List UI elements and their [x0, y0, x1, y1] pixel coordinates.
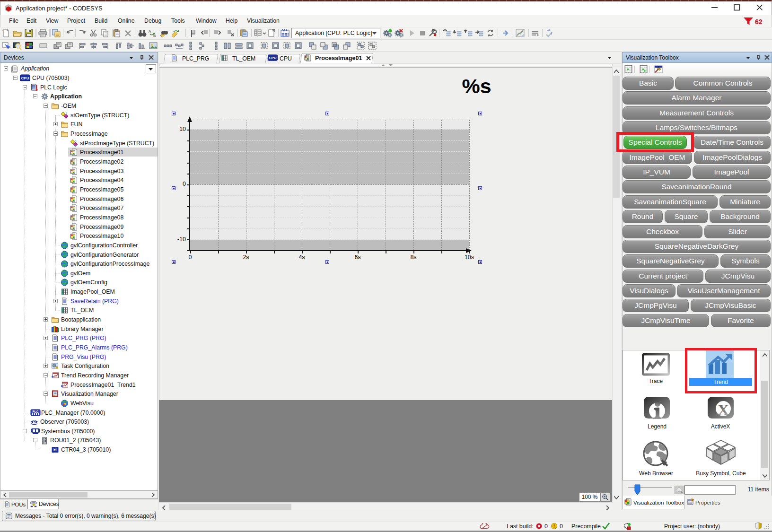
svg-text:A: A — [149, 29, 151, 34]
svg-text:X: X — [718, 401, 729, 419]
